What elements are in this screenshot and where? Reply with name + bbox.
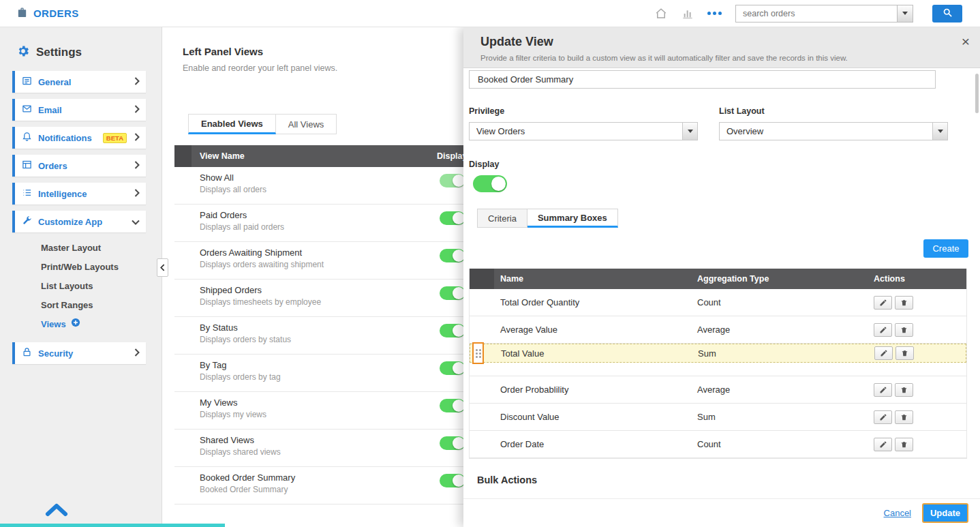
create-button[interactable]: Create <box>923 239 968 258</box>
cancel-button[interactable]: Cancel <box>884 508 911 518</box>
display-toggle[interactable] <box>440 324 465 337</box>
gear-icon <box>16 44 30 60</box>
edit-button[interactable] <box>874 410 892 424</box>
search-box <box>735 5 913 22</box>
edit-button[interactable] <box>874 383 892 397</box>
chevron-right-icon <box>134 161 140 171</box>
chevron-right-icon <box>134 77 140 87</box>
wrench-icon <box>22 215 32 228</box>
view-name-input[interactable] <box>469 70 936 89</box>
trash-icon <box>900 386 908 394</box>
subitem-label: Sort Ranges <box>41 296 93 315</box>
add-view-icon[interactable] <box>71 315 80 334</box>
summary-row: Discount Value Sum <box>470 404 966 431</box>
sidebar-item-intelligence[interactable]: Intelligence <box>12 183 146 205</box>
display-label: Display <box>469 160 499 169</box>
delete-button[interactable] <box>895 438 913 451</box>
lock-icon <box>22 347 32 359</box>
edit-button[interactable] <box>874 296 892 310</box>
privilege-select[interactable]: View Orders <box>469 122 698 140</box>
sidebar-item-customize-app[interactable]: Customize App <box>12 211 146 232</box>
privilege-label: Privilege <box>469 106 504 116</box>
tab-criteria[interactable]: Criteria <box>477 209 527 228</box>
search-button[interactable] <box>932 5 962 22</box>
sidebar-subitem-sort-ranges[interactable]: Sort Ranges <box>41 296 162 315</box>
app-brand[interactable]: ORDERS <box>16 7 79 20</box>
summary-name: Discount Value <box>470 412 697 422</box>
tab-all-views[interactable]: All Views <box>276 114 337 134</box>
pencil-icon <box>879 413 887 421</box>
summary-row: Average Value Average <box>470 316 966 344</box>
display-toggle[interactable] <box>440 286 465 300</box>
sidebar-subitem-list-layouts[interactable]: List Layouts <box>41 277 162 296</box>
modal-description: Provide a filter criteria to build a cus… <box>480 54 848 62</box>
sidebar-item-general[interactable]: General <box>12 71 146 93</box>
update-button[interactable]: Update <box>922 503 968 523</box>
search-input[interactable] <box>736 5 897 22</box>
chevron-right-icon <box>134 189 140 199</box>
bar-chart-icon[interactable] <box>682 8 694 19</box>
bottom-accent-bar <box>0 524 225 527</box>
edit-button[interactable] <box>874 438 892 451</box>
column-name: Name <box>494 274 697 284</box>
tab-enabled-views[interactable]: Enabled Views <box>188 114 276 134</box>
sidebar-subitem-print-web-layouts[interactable]: Print/Web Layouts <box>41 258 162 277</box>
delete-button[interactable] <box>895 323 913 337</box>
display-toggle[interactable] <box>440 211 465 225</box>
view-description: Displays orders by status <box>200 335 291 344</box>
subitem-label: Print/Web Layouts <box>41 258 119 277</box>
summary-boxes-table: Name Aggregation Type Actions Total Orde… <box>469 269 967 459</box>
sidebar-subitem-views[interactable]: Views <box>41 315 162 334</box>
window-icon <box>22 160 32 172</box>
sidebar-item-notifications[interactable]: Notifications BETA <box>12 127 146 149</box>
modal-scrollbar[interactable] <box>975 74 979 113</box>
display-toggle[interactable] <box>440 399 465 412</box>
display-toggle[interactable] <box>440 361 465 375</box>
update-view-modal: Update View Provide a filter criteria to… <box>463 27 980 527</box>
pencil-icon <box>879 440 887 449</box>
list-layout-value: Overview <box>726 126 763 136</box>
summary-table-header: Name Aggregation Type Actions <box>470 269 966 289</box>
delete-button[interactable] <box>895 410 913 424</box>
list-layout-select[interactable]: Overview <box>719 122 948 140</box>
summary-aggregation: Average <box>697 385 874 395</box>
summary-row: Total Order Quantity Count <box>470 289 966 316</box>
close-icon[interactable]: × <box>962 34 970 48</box>
summary-row-dragging[interactable]: Total Value Sum <box>470 344 966 363</box>
display-toggle[interactable] <box>473 175 507 192</box>
chevron-right-icon <box>134 105 140 115</box>
edit-button[interactable] <box>874 323 892 337</box>
display-toggle[interactable] <box>440 174 465 187</box>
edit-button[interactable] <box>874 346 893 360</box>
display-toggle[interactable] <box>440 436 465 450</box>
more-options-icon[interactable] <box>707 12 722 15</box>
view-description: Booked Order Summary <box>200 485 288 494</box>
tab-summary-boxes[interactable]: Summary Boxes <box>527 209 618 228</box>
summary-aggregation: Average <box>697 325 874 335</box>
home-icon[interactable] <box>654 7 668 20</box>
delete-button[interactable] <box>895 383 913 397</box>
view-name: By Tag <box>200 360 227 370</box>
sidebar-item-email[interactable]: Email <box>12 99 146 121</box>
drag-handle[interactable] <box>472 342 484 364</box>
display-toggle[interactable] <box>440 474 465 487</box>
column-aggregation-type: Aggregation Type <box>697 274 874 284</box>
view-name: Show All <box>200 172 234 183</box>
panel-collapse-handle[interactable] <box>157 258 168 277</box>
sidebar-item-label: Security <box>38 348 128 359</box>
scroll-to-top-button[interactable] <box>45 502 68 519</box>
display-toggle[interactable] <box>440 249 465 262</box>
delete-button[interactable] <box>895 346 914 360</box>
sidebar-subitem-master-layout[interactable]: Master Layout <box>41 239 162 258</box>
sidebar-item-security[interactable]: Security <box>12 342 146 364</box>
drop-target-gap <box>470 363 966 376</box>
sidebar-item-orders[interactable]: Orders <box>12 155 146 177</box>
sidebar-item-label: Orders <box>38 161 128 171</box>
search-scope-dropdown[interactable] <box>897 5 913 22</box>
pencil-icon <box>879 386 887 394</box>
views-tabs: Enabled Views All Views <box>188 114 337 134</box>
chevron-right-icon <box>134 348 140 359</box>
chevron-down-icon <box>932 123 947 140</box>
delete-button[interactable] <box>895 296 913 310</box>
view-name: Paid Orders <box>200 210 247 220</box>
